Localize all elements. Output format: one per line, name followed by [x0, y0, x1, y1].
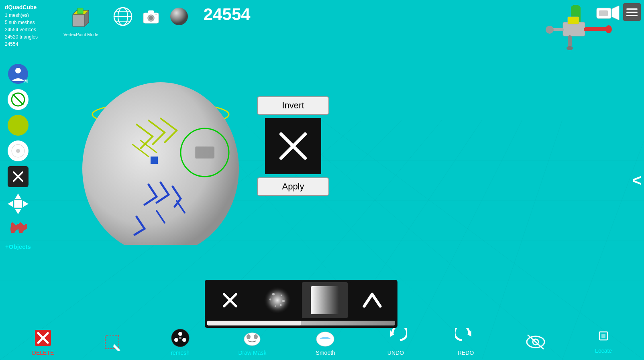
brush-fuzzy-btn[interactable]: [255, 282, 300, 318]
svg-point-73: [282, 300, 285, 302]
add-objects-btn[interactable]: +Objects: [5, 243, 31, 250]
svg-marker-18: [73, 14, 85, 26]
black-swatch[interactable]: [265, 118, 321, 174]
svg-marker-57: [8, 201, 13, 207]
undo-label: UNDO: [387, 350, 404, 356]
redo-btn[interactable]: REDO: [455, 328, 477, 356]
svg-point-84: [174, 338, 178, 342]
info-panel: dQuadCube 1 mesh(es) 5 sub meshes 24554 …: [5, 3, 57, 48]
svg-point-89: [254, 334, 258, 339]
svg-rect-21: [77, 8, 83, 14]
add-objects-label: +Objects: [5, 243, 31, 250]
delete-label: DELETE: [32, 350, 54, 356]
svg-point-70: [272, 293, 275, 295]
svg-marker-56: [15, 209, 21, 214]
svg-rect-62: [151, 157, 158, 164]
svg-point-88: [247, 334, 251, 339]
cube-icon[interactable]: [69, 6, 93, 31]
redo-label: REDO: [458, 350, 474, 356]
svg-rect-64: [195, 146, 214, 159]
brush-row: [207, 282, 395, 318]
svg-point-32: [170, 8, 188, 25]
svg-point-46: [567, 46, 573, 50]
sub-meshes: 5 sub meshes: [5, 19, 57, 26]
vertices-count: 24554 vertices: [5, 26, 57, 33]
hide-btn[interactable]: [525, 332, 547, 352]
sphere-btn[interactable]: [169, 6, 189, 26]
smooth-btn[interactable]: Smooth: [314, 328, 336, 356]
move-btn[interactable]: [6, 192, 30, 216]
delete-btn[interactable]: DELETE: [32, 328, 54, 356]
triangles-count: 24520 triangles: [5, 33, 57, 41]
hamburger-line-1: [626, 8, 638, 10]
svg-point-85: [182, 338, 186, 342]
svg-point-42: [605, 25, 612, 33]
camera-btn[interactable]: [141, 6, 161, 26]
chevron-right-btn[interactable]: <: [632, 171, 642, 189]
bottom-toolbar: DELETE remesh Draw Mask: [0, 324, 644, 360]
svg-marker-55: [15, 193, 21, 199]
brush-gradient-btn[interactable]: [302, 282, 348, 318]
svg-point-74: [275, 305, 276, 307]
apply-btn[interactable]: Apply: [257, 177, 329, 196]
svg-point-75: [280, 304, 282, 306]
smooth-label: Smooth: [316, 350, 335, 356]
svg-rect-31: [155, 14, 157, 15]
svg-rect-59: [14, 200, 22, 208]
svg-marker-58: [23, 201, 29, 207]
svg-point-44: [546, 26, 554, 34]
vertex-count: 24554: [204, 5, 251, 24]
hamburger-line-2: [626, 12, 638, 13]
svg-point-83: [178, 332, 182, 336]
draw-mask-btn[interactable]: Draw Mask: [238, 328, 266, 356]
svg-point-72: [269, 299, 271, 301]
svg-rect-30: [148, 10, 154, 13]
svg-marker-81: [113, 344, 120, 351]
brush-x-btn[interactable]: [207, 282, 253, 318]
dot-circle-btn[interactable]: [8, 140, 29, 161]
svg-point-52: [16, 149, 20, 153]
invert-panel: Invert Apply: [257, 96, 329, 196]
svg-rect-97: [601, 334, 605, 338]
hamburger-line-3: [626, 15, 638, 16]
figure-btn[interactable]: M: [8, 63, 29, 84]
color-btn[interactable]: [8, 115, 29, 136]
mesh-count: 1 mesh(es): [5, 12, 57, 19]
grab-btn[interactable]: [8, 221, 28, 238]
no-sign-btn[interactable]: [8, 89, 29, 110]
draw-mask-label: Draw Mask: [238, 350, 266, 356]
svg-point-71: [281, 295, 282, 296]
selection-btn[interactable]: [102, 332, 122, 352]
svg-point-29: [149, 16, 153, 20]
svg-point-48: [15, 68, 21, 73]
figure-label: M: [24, 79, 28, 83]
nav-cluster: [528, 0, 616, 60]
brush-panel: [205, 280, 397, 328]
svg-rect-76: [311, 286, 339, 314]
svg-point-86: [179, 337, 181, 339]
globe-btn[interactable]: [113, 6, 133, 26]
svg-rect-45: [568, 35, 572, 47]
undo-btn[interactable]: UNDO: [385, 328, 407, 356]
hamburger-menu-btn[interactable]: [623, 3, 641, 21]
app-title: dQuadCube: [5, 3, 57, 12]
x-tool-btn[interactable]: [8, 166, 29, 187]
remesh-btn[interactable]: remesh: [170, 328, 190, 356]
locate-btn[interactable]: Locate: [595, 330, 612, 354]
brush-up-btn[interactable]: [349, 282, 395, 318]
svg-rect-41: [584, 27, 608, 31]
svg-point-87: [244, 333, 260, 346]
locate-label: Locate: [595, 348, 612, 354]
svg-point-69: [263, 286, 291, 314]
mode-label: VertexPaint Mode: [63, 32, 98, 37]
top-center-icons: [113, 6, 189, 26]
left-toolbar: M: [0, 60, 36, 253]
remesh-label: remesh: [171, 350, 190, 356]
invert-btn[interactable]: Invert: [257, 96, 329, 115]
svg-rect-40: [568, 17, 579, 24]
